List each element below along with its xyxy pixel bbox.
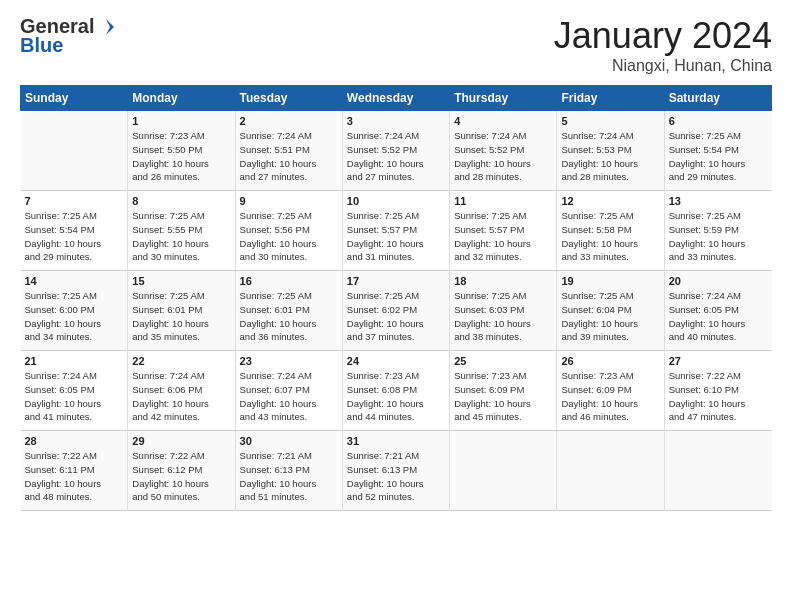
calendar-cell: [21, 111, 128, 191]
day-info: Sunrise: 7:25 AM Sunset: 6:01 PM Dayligh…: [132, 289, 230, 344]
calendar-cell: 6Sunrise: 7:25 AM Sunset: 5:54 PM Daylig…: [664, 111, 771, 191]
calendar-cell: 20Sunrise: 7:24 AM Sunset: 6:05 PM Dayli…: [664, 271, 771, 351]
day-number: 15: [132, 275, 230, 287]
calendar-cell: 1Sunrise: 7:23 AM Sunset: 5:50 PM Daylig…: [128, 111, 235, 191]
day-number: 5: [561, 115, 659, 127]
day-info: Sunrise: 7:25 AM Sunset: 5:54 PM Dayligh…: [669, 129, 768, 184]
calendar-cell: 24Sunrise: 7:23 AM Sunset: 6:08 PM Dayli…: [342, 351, 449, 431]
calendar-title: January 2024: [554, 15, 772, 57]
day-number: 27: [669, 355, 768, 367]
calendar-cell: 8Sunrise: 7:25 AM Sunset: 5:55 PM Daylig…: [128, 191, 235, 271]
calendar-cell: 9Sunrise: 7:25 AM Sunset: 5:56 PM Daylig…: [235, 191, 342, 271]
calendar-cell: 12Sunrise: 7:25 AM Sunset: 5:58 PM Dayli…: [557, 191, 664, 271]
day-info: Sunrise: 7:22 AM Sunset: 6:11 PM Dayligh…: [25, 449, 124, 504]
day-header: Wednesday: [342, 86, 449, 111]
calendar-cell: 30Sunrise: 7:21 AM Sunset: 6:13 PM Dayli…: [235, 431, 342, 511]
calendar-cell: 7Sunrise: 7:25 AM Sunset: 5:54 PM Daylig…: [21, 191, 128, 271]
day-info: Sunrise: 7:24 AM Sunset: 5:52 PM Dayligh…: [347, 129, 445, 184]
title-block: January 2024 Niangxi, Hunan, China: [554, 15, 772, 75]
calendar-cell: 28Sunrise: 7:22 AM Sunset: 6:11 PM Dayli…: [21, 431, 128, 511]
calendar-table: SundayMondayTuesdayWednesdayThursdayFrid…: [20, 85, 772, 511]
calendar-cell: 4Sunrise: 7:24 AM Sunset: 5:52 PM Daylig…: [450, 111, 557, 191]
day-number: 3: [347, 115, 445, 127]
day-number: 26: [561, 355, 659, 367]
day-info: Sunrise: 7:24 AM Sunset: 5:51 PM Dayligh…: [240, 129, 338, 184]
calendar-cell: 10Sunrise: 7:25 AM Sunset: 5:57 PM Dayli…: [342, 191, 449, 271]
day-info: Sunrise: 7:25 AM Sunset: 5:54 PM Dayligh…: [25, 209, 124, 264]
day-info: Sunrise: 7:25 AM Sunset: 5:59 PM Dayligh…: [669, 209, 768, 264]
day-info: Sunrise: 7:24 AM Sunset: 6:05 PM Dayligh…: [25, 369, 124, 424]
day-info: Sunrise: 7:21 AM Sunset: 6:13 PM Dayligh…: [240, 449, 338, 504]
calendar-cell: 15Sunrise: 7:25 AM Sunset: 6:01 PM Dayli…: [128, 271, 235, 351]
calendar-cell: [450, 431, 557, 511]
day-header: Thursday: [450, 86, 557, 111]
calendar-cell: 13Sunrise: 7:25 AM Sunset: 5:59 PM Dayli…: [664, 191, 771, 271]
day-info: Sunrise: 7:25 AM Sunset: 5:57 PM Dayligh…: [454, 209, 552, 264]
calendar-week-row: 14Sunrise: 7:25 AM Sunset: 6:00 PM Dayli…: [21, 271, 772, 351]
calendar-cell: 18Sunrise: 7:25 AM Sunset: 6:03 PM Dayli…: [450, 271, 557, 351]
day-info: Sunrise: 7:24 AM Sunset: 6:06 PM Dayligh…: [132, 369, 230, 424]
day-number: 8: [132, 195, 230, 207]
day-info: Sunrise: 7:22 AM Sunset: 6:12 PM Dayligh…: [132, 449, 230, 504]
page: General Blue January 2024 Niangxi, Hunan…: [0, 0, 792, 521]
logo: General Blue: [20, 15, 116, 57]
day-number: 13: [669, 195, 768, 207]
header: General Blue January 2024 Niangxi, Hunan…: [20, 15, 772, 75]
day-number: 11: [454, 195, 552, 207]
calendar-week-row: 1Sunrise: 7:23 AM Sunset: 5:50 PM Daylig…: [21, 111, 772, 191]
day-number: 23: [240, 355, 338, 367]
logo-icon: [96, 17, 116, 37]
day-info: Sunrise: 7:25 AM Sunset: 6:04 PM Dayligh…: [561, 289, 659, 344]
calendar-week-row: 21Sunrise: 7:24 AM Sunset: 6:05 PM Dayli…: [21, 351, 772, 431]
day-info: Sunrise: 7:25 AM Sunset: 6:00 PM Dayligh…: [25, 289, 124, 344]
calendar-cell: 22Sunrise: 7:24 AM Sunset: 6:06 PM Dayli…: [128, 351, 235, 431]
day-header: Sunday: [21, 86, 128, 111]
calendar-cell: 2Sunrise: 7:24 AM Sunset: 5:51 PM Daylig…: [235, 111, 342, 191]
calendar-cell: 23Sunrise: 7:24 AM Sunset: 6:07 PM Dayli…: [235, 351, 342, 431]
calendar-cell: 27Sunrise: 7:22 AM Sunset: 6:10 PM Dayli…: [664, 351, 771, 431]
day-info: Sunrise: 7:25 AM Sunset: 5:55 PM Dayligh…: [132, 209, 230, 264]
day-info: Sunrise: 7:23 AM Sunset: 6:08 PM Dayligh…: [347, 369, 445, 424]
day-number: 1: [132, 115, 230, 127]
day-number: 25: [454, 355, 552, 367]
day-number: 7: [25, 195, 124, 207]
day-info: Sunrise: 7:25 AM Sunset: 5:56 PM Dayligh…: [240, 209, 338, 264]
calendar-cell: 19Sunrise: 7:25 AM Sunset: 6:04 PM Dayli…: [557, 271, 664, 351]
calendar-cell: 26Sunrise: 7:23 AM Sunset: 6:09 PM Dayli…: [557, 351, 664, 431]
day-info: Sunrise: 7:24 AM Sunset: 5:52 PM Dayligh…: [454, 129, 552, 184]
day-header: Tuesday: [235, 86, 342, 111]
day-number: 24: [347, 355, 445, 367]
day-info: Sunrise: 7:25 AM Sunset: 5:57 PM Dayligh…: [347, 209, 445, 264]
day-number: 2: [240, 115, 338, 127]
calendar-cell: 29Sunrise: 7:22 AM Sunset: 6:12 PM Dayli…: [128, 431, 235, 511]
calendar-cell: 14Sunrise: 7:25 AM Sunset: 6:00 PM Dayli…: [21, 271, 128, 351]
calendar-cell: 11Sunrise: 7:25 AM Sunset: 5:57 PM Dayli…: [450, 191, 557, 271]
day-number: 6: [669, 115, 768, 127]
day-info: Sunrise: 7:25 AM Sunset: 6:03 PM Dayligh…: [454, 289, 552, 344]
day-number: 16: [240, 275, 338, 287]
day-number: 12: [561, 195, 659, 207]
day-number: 9: [240, 195, 338, 207]
svg-marker-0: [106, 19, 114, 35]
calendar-week-row: 7Sunrise: 7:25 AM Sunset: 5:54 PM Daylig…: [21, 191, 772, 271]
day-header: Monday: [128, 86, 235, 111]
day-info: Sunrise: 7:23 AM Sunset: 6:09 PM Dayligh…: [454, 369, 552, 424]
day-number: 29: [132, 435, 230, 447]
day-header: Friday: [557, 86, 664, 111]
day-info: Sunrise: 7:25 AM Sunset: 6:02 PM Dayligh…: [347, 289, 445, 344]
day-number: 21: [25, 355, 124, 367]
day-info: Sunrise: 7:22 AM Sunset: 6:10 PM Dayligh…: [669, 369, 768, 424]
calendar-week-row: 28Sunrise: 7:22 AM Sunset: 6:11 PM Dayli…: [21, 431, 772, 511]
day-number: 14: [25, 275, 124, 287]
calendar-cell: 5Sunrise: 7:24 AM Sunset: 5:53 PM Daylig…: [557, 111, 664, 191]
calendar-cell: 25Sunrise: 7:23 AM Sunset: 6:09 PM Dayli…: [450, 351, 557, 431]
day-info: Sunrise: 7:21 AM Sunset: 6:13 PM Dayligh…: [347, 449, 445, 504]
calendar-cell: 3Sunrise: 7:24 AM Sunset: 5:52 PM Daylig…: [342, 111, 449, 191]
day-header: Saturday: [664, 86, 771, 111]
calendar-cell: 21Sunrise: 7:24 AM Sunset: 6:05 PM Dayli…: [21, 351, 128, 431]
calendar-cell: 16Sunrise: 7:25 AM Sunset: 6:01 PM Dayli…: [235, 271, 342, 351]
header-row: SundayMondayTuesdayWednesdayThursdayFrid…: [21, 86, 772, 111]
calendar-cell: 17Sunrise: 7:25 AM Sunset: 6:02 PM Dayli…: [342, 271, 449, 351]
logo-blue: Blue: [20, 34, 63, 57]
day-info: Sunrise: 7:23 AM Sunset: 6:09 PM Dayligh…: [561, 369, 659, 424]
